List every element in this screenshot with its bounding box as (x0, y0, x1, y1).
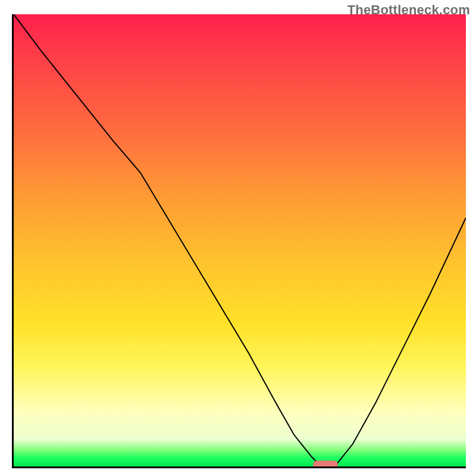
curve-svg (14, 14, 466, 466)
optimal-marker (313, 461, 338, 468)
watermark-text: TheBottleneck.com (347, 2, 470, 18)
bottleneck-chart: TheBottleneck.com (0, 0, 476, 476)
plot-area (12, 14, 466, 468)
bottleneck-curve-path (14, 14, 466, 466)
